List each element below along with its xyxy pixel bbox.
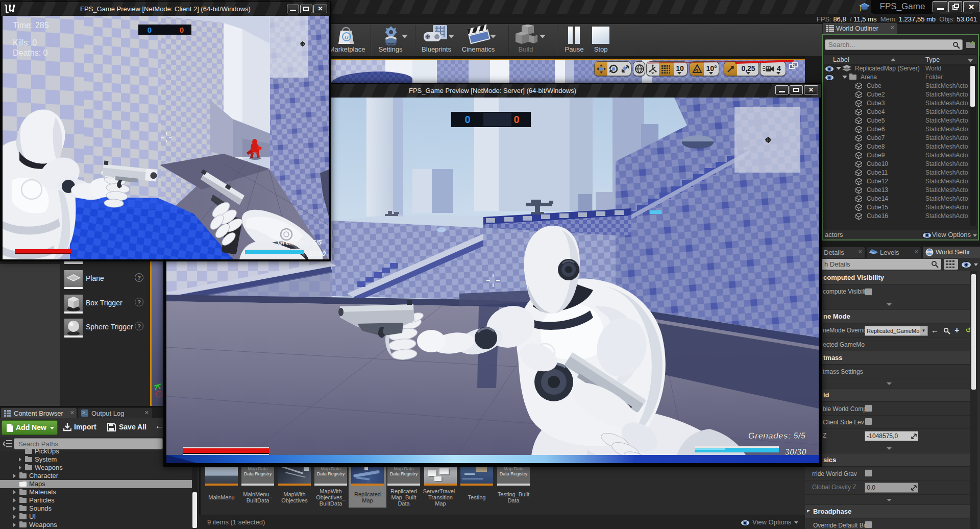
svg-text:0: 0 [513,114,519,125]
svg-text:Grenades: 5/5: Grenades: 5/5 [278,238,322,246]
svg-text:30/30: 30/30 [309,250,326,257]
svg-text:0: 0 [464,114,470,125]
svg-text:0: 0 [180,26,184,34]
svg-text:30/30: 30/30 [785,447,806,457]
svg-text:u: u [345,33,349,41]
svg-text:Grenades: 5/5: Grenades: 5/5 [748,431,806,441]
svg-text:0: 0 [148,26,152,34]
svg-text:Kills: 0: Kills: 0 [13,38,37,47]
svg-text:Time: 285: Time: 285 [13,21,49,30]
svg-text:Deaths: 0: Deaths: 0 [13,49,48,57]
svg-text:?: ? [158,392,160,397]
